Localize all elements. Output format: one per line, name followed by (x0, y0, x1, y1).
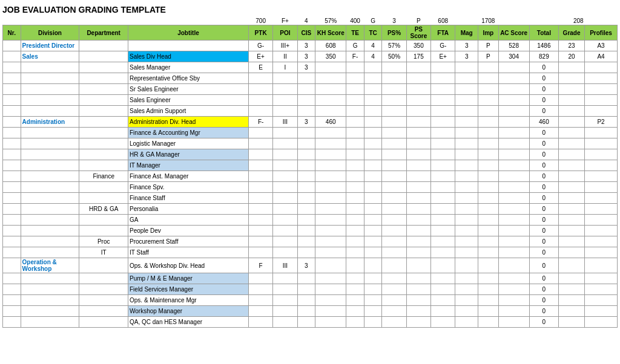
cell-kh (315, 284, 346, 295)
table-row: People Dev0 (3, 226, 618, 236)
cell-total: 0 (529, 284, 558, 295)
cell-division (21, 247, 79, 258)
cell-profiles: A3 (585, 41, 618, 51)
cell-ac (498, 138, 529, 149)
header-te: TE (346, 25, 364, 41)
cell-ptk (248, 273, 272, 284)
cell-te (346, 284, 364, 295)
table-row: Finance Spv.0 (3, 182, 618, 193)
cell-ps_score (406, 236, 430, 247)
cell-fta (431, 182, 455, 193)
cell-ps_pct (382, 215, 406, 226)
cell-profiles (585, 128, 618, 138)
cell-ps_pct (382, 84, 406, 95)
cell-fta (431, 149, 455, 160)
score3-grade: G (364, 17, 382, 25)
cell-ptk (248, 247, 272, 258)
cell-mag (455, 204, 478, 215)
cell-mag (455, 62, 478, 73)
cell-ps_score (406, 295, 430, 306)
cell-poi (273, 73, 297, 84)
cell-profiles (585, 73, 618, 84)
cell-ac (498, 236, 529, 247)
cell-ps_pct (382, 182, 406, 193)
header-tc: TC (364, 25, 382, 41)
cell-ps_pct (382, 317, 406, 328)
cell-total: 0 (529, 247, 558, 258)
cell-ps_score: 175 (406, 51, 430, 62)
cell-tc (364, 95, 382, 106)
cell-kh (315, 258, 346, 273)
cell-fta (431, 317, 455, 328)
cell-total: 0 (529, 171, 558, 182)
cell-nr (3, 171, 21, 182)
cell-cis (297, 204, 315, 215)
cell-tc (364, 149, 382, 160)
cell-division (21, 95, 79, 106)
cell-imp: P (478, 51, 499, 62)
cell-tc (364, 258, 382, 273)
cell-cis: 3 (297, 41, 315, 51)
cell-ac (498, 247, 529, 258)
table-row: IT Manager0 (3, 160, 618, 171)
header-fta: FTA (431, 25, 455, 41)
cell-te (346, 62, 364, 73)
cell-ps_score (406, 160, 430, 171)
cell-division: Operation & Workshop (21, 258, 79, 273)
cell-fta (431, 84, 455, 95)
cell-cis: 3 (297, 62, 315, 73)
cell-mag (455, 226, 478, 236)
cell-imp: P (478, 41, 499, 51)
cell-department (79, 295, 128, 306)
header-imp: Imp (478, 25, 499, 41)
header-cis: CIS (297, 25, 315, 41)
cell-te (346, 193, 364, 204)
cell-jobtitle: Sales Div Head (128, 51, 249, 62)
cell-mag (455, 171, 478, 182)
cell-division (21, 204, 79, 215)
cell-ac (498, 215, 529, 226)
cell-ptk (248, 171, 272, 182)
cell-department: HRD & GA (79, 204, 128, 215)
cell-profiles (585, 226, 618, 236)
cell-mag: 3 (455, 51, 478, 62)
cell-mag (455, 317, 478, 328)
cell-ac (498, 171, 529, 182)
cell-cis (297, 84, 315, 95)
cell-cis (297, 182, 315, 193)
cell-ps_pct (382, 95, 406, 106)
cell-imp (478, 171, 499, 182)
cell-cis (297, 160, 315, 171)
cell-ac (498, 317, 529, 328)
cell-kh: 350 (315, 51, 346, 62)
cell-jobtitle: Finance & Accounting Mgr (128, 128, 249, 138)
cell-imp (478, 295, 499, 306)
cell-jobtitle: Pump / M & E Manager (128, 273, 249, 284)
cell-total: 0 (529, 106, 558, 117)
cell-department (79, 215, 128, 226)
cell-profiles (585, 317, 618, 328)
cell-jobtitle: Finance Ast. Manager (128, 171, 249, 182)
cell-total: 0 (529, 73, 558, 84)
cell-imp (478, 84, 499, 95)
cell-ptk: F (248, 258, 272, 273)
cell-profiles (585, 95, 618, 106)
cell-total: 0 (529, 317, 558, 328)
table-row: QA, QC dan HES Manager0 (3, 317, 618, 328)
cell-kh (315, 236, 346, 247)
cell-poi (273, 138, 297, 149)
cell-jobtitle: Procurement Staff (128, 236, 249, 247)
cell-division (21, 62, 79, 73)
cell-ps_pct (382, 117, 406, 128)
cell-ps_pct: 57% (382, 41, 406, 51)
cell-ps_score (406, 171, 430, 182)
cell-jobtitle: IT Manager (128, 160, 249, 171)
cell-tc (364, 117, 382, 128)
cell-poi (273, 284, 297, 295)
cell-te (346, 317, 364, 328)
cell-te (346, 149, 364, 160)
cell-nr (3, 62, 21, 73)
cell-te: F- (346, 51, 364, 62)
cell-division (21, 226, 79, 236)
cell-jobtitle: Representative Office Sby (128, 73, 249, 84)
